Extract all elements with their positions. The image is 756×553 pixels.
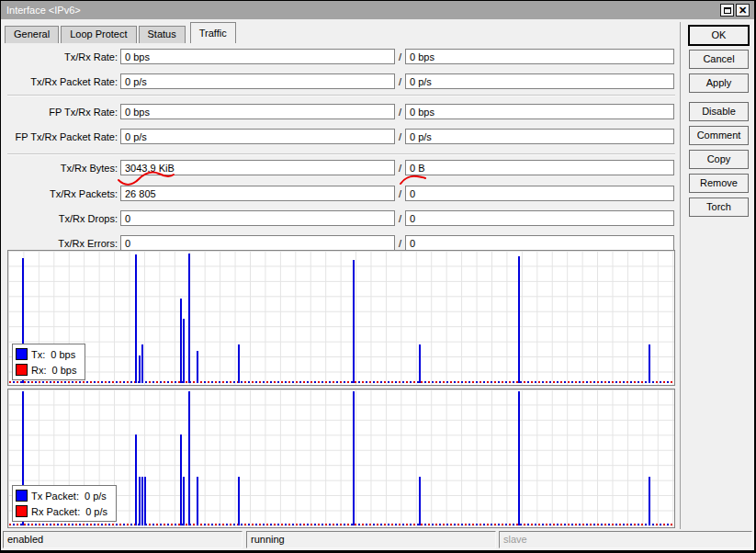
traffic-spike	[139, 477, 141, 525]
slash-separator: /	[396, 186, 404, 199]
apply-button[interactable]: Apply	[689, 73, 749, 93]
dialog-client-area: Interface <IPv6> ✕ General Loop Protect …	[1, 1, 754, 550]
red-underline-0b	[401, 176, 425, 184]
traffic-spike	[144, 477, 146, 525]
panel-divider	[680, 22, 681, 529]
traffic-spike	[419, 344, 421, 383]
slash-separator: /	[396, 49, 404, 62]
txrx-packets-label: Tx/Rx Packets:	[1, 186, 118, 199]
txrx-drops-rx-field[interactable]: 0	[405, 210, 674, 226]
fp-txrx-rate-rx-field[interactable]: 0 bps	[405, 104, 674, 119]
legend-row-rx-packet: Rx Packet: 0 p/s	[16, 503, 107, 519]
traffic-spike	[518, 391, 520, 525]
legend-row-tx-packet: Tx Packet: 0 p/s	[16, 488, 107, 503]
traffic-spike	[141, 477, 143, 525]
fp-txrx-packet-rate-label: FP Tx/Rx Packet Rate:	[1, 129, 118, 142]
txrx-packet-rate-label: Tx/Rx Packet Rate:	[1, 73, 118, 87]
disable-button[interactable]: Disable	[689, 102, 749, 121]
chart-baseline	[9, 381, 673, 383]
tab-general[interactable]: General	[5, 26, 59, 43]
window-title: Interface <IPv6>	[6, 5, 81, 16]
txrx-errors-rx-field[interactable]: 0	[405, 235, 674, 251]
traffic-spike	[188, 391, 190, 525]
txrx-packet-rate-rx-field[interactable]: 0 p/s	[405, 73, 674, 89]
legend-row-tx: Tx: 0 bps	[16, 346, 76, 362]
fp-txrx-packet-rate-rx-field[interactable]: 0 p/s	[405, 129, 674, 144]
maximize-button[interactable]	[720, 4, 734, 17]
txrx-drops-label: Tx/Rx Drops:	[1, 210, 118, 224]
tx-color-swatch	[16, 348, 28, 360]
close-button[interactable]: ✕	[736, 4, 750, 17]
txrx-errors-label: Tx/Rx Errors:	[1, 235, 118, 249]
tab-status[interactable]: Status	[139, 26, 186, 43]
traffic-spike	[135, 254, 137, 383]
tx-packet-color-swatch	[16, 490, 28, 502]
txrx-bytes-tx-field[interactable]: 3043.9 KiB	[120, 160, 395, 175]
traffic-spike	[353, 391, 355, 525]
traffic-spike	[649, 477, 650, 525]
traffic-spike	[419, 477, 421, 525]
tab-loop-protect[interactable]: Loop Protect	[61, 26, 136, 43]
status-slave: slave	[499, 531, 752, 548]
txrx-packets-rx-field[interactable]: 0	[405, 186, 674, 201]
txrx-bytes-label: Tx/Rx Bytes:	[1, 160, 118, 174]
traffic-spike	[183, 319, 185, 383]
traffic-spike	[135, 434, 137, 525]
legend-value: 0 p/s	[85, 506, 107, 517]
traffic-spike	[353, 260, 355, 383]
traffic-spike	[238, 344, 240, 383]
titlebar: Interface <IPv6> ✕	[1, 1, 754, 19]
section-separator	[7, 95, 675, 96]
remove-button[interactable]: Remove	[689, 174, 749, 193]
traffic-rate-legend: Tx: 0 bps Rx: 0 bps	[12, 344, 85, 380]
legend-label: Tx Packet:	[31, 491, 79, 502]
fp-txrx-packet-rate-tx-field[interactable]: 0 p/s	[120, 129, 395, 144]
traffic-spike	[139, 356, 141, 383]
chart-baseline	[9, 524, 673, 525]
legend-value: 0 bps	[52, 365, 77, 376]
fp-txrx-rate-label: FP Tx/Rx Rate:	[1, 104, 118, 118]
txrx-drops-tx-field[interactable]: 0	[120, 210, 395, 226]
copy-button[interactable]: Copy	[689, 150, 749, 169]
close-icon: ✕	[739, 6, 747, 15]
slash-separator: /	[396, 73, 404, 87]
traffic-spike	[180, 299, 182, 383]
traffic-spike	[238, 477, 240, 525]
tab-bar: General Loop Protect Status Traffic	[5, 22, 238, 43]
txrx-errors-tx-field[interactable]: 0	[120, 235, 395, 251]
txrx-rate-rx-field[interactable]: 0 bps	[405, 49, 674, 64]
legend-value: 0 bps	[51, 349, 75, 360]
traffic-spike	[183, 477, 185, 525]
txrx-bytes-rx-field[interactable]: 0 B	[405, 160, 674, 175]
traffic-spike	[649, 344, 650, 383]
ok-button[interactable]: OK	[689, 26, 749, 45]
txrx-packet-rate-tx-field[interactable]: 0 p/s	[120, 73, 395, 89]
slash-separator: /	[396, 104, 404, 118]
slash-separator: /	[396, 160, 404, 174]
legend-label: Rx:	[31, 365, 47, 376]
traffic-spike	[518, 256, 520, 383]
legend-label: Tx:	[31, 349, 45, 360]
packet-rate-legend: Tx Packet: 0 p/s Rx Packet: 0 p/s	[12, 485, 117, 522]
traffic-rate-chart: Tx: 0 bps Rx: 0 bps	[7, 250, 675, 386]
rx-color-swatch	[16, 364, 28, 376]
legend-row-rx: Rx: 0 bps	[16, 362, 76, 378]
tab-traffic[interactable]: Traffic	[190, 22, 236, 43]
txrx-packets-tx-field[interactable]: 26 805	[120, 186, 395, 201]
legend-value: 0 p/s	[85, 491, 107, 502]
status-running: running	[246, 531, 496, 548]
maximize-icon	[724, 7, 731, 14]
rx-packet-color-swatch	[16, 505, 28, 517]
status-enabled: enabled	[3, 531, 243, 548]
section-separator	[7, 153, 675, 155]
torch-button[interactable]: Torch	[689, 198, 749, 217]
traffic-spike	[197, 477, 198, 525]
txrx-rate-tx-field[interactable]: 0 bps	[120, 49, 395, 64]
traffic-spike	[188, 254, 190, 383]
cancel-button[interactable]: Cancel	[689, 50, 749, 69]
packet-rate-chart: Tx Packet: 0 p/s Rx Packet: 0 p/s	[7, 389, 675, 528]
txrx-rate-label: Tx/Rx Rate:	[1, 49, 118, 62]
fp-txrx-rate-tx-field[interactable]: 0 bps	[120, 104, 395, 119]
legend-label: Rx Packet:	[31, 506, 80, 517]
comment-button[interactable]: Comment	[689, 126, 749, 145]
